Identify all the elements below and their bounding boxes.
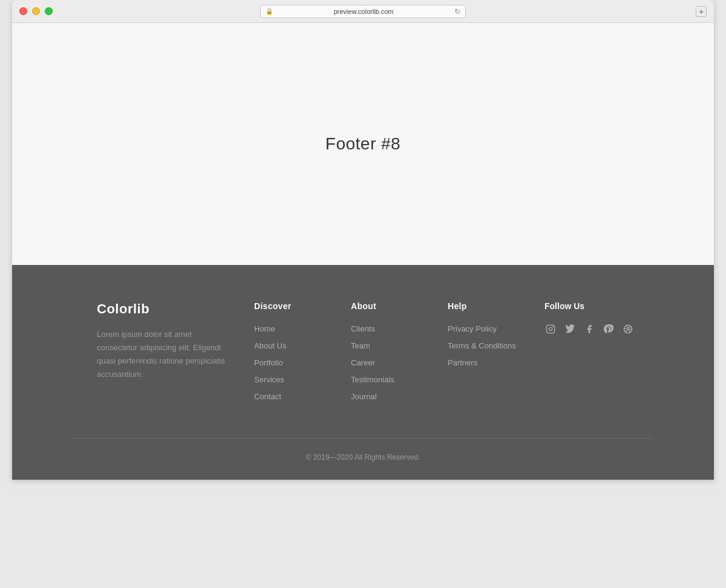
- address-bar[interactable]: 🔒 preview.colorlib.com ↻: [260, 5, 466, 18]
- footer: Colorlib Lorem ipsum dolor sit amet cons…: [12, 265, 714, 480]
- about-col-title: About: [351, 301, 424, 311]
- traffic-lights: [19, 7, 53, 15]
- discover-link-portfolio[interactable]: Portfolio: [254, 358, 283, 367]
- discover-col-title: Discover: [254, 301, 327, 311]
- svg-point-1: [549, 327, 552, 330]
- dribbble-icon[interactable]: [622, 323, 634, 335]
- reload-icon[interactable]: ↻: [454, 7, 460, 16]
- footer-col-follow: Follow Us: [544, 301, 634, 402]
- footer-col-about: About Clients Team Career Testimonials J…: [351, 301, 424, 402]
- minimize-button[interactable]: [32, 7, 40, 15]
- facebook-icon[interactable]: [583, 323, 595, 335]
- social-icons-row: [544, 323, 634, 335]
- help-col-title: Help: [448, 301, 520, 311]
- discover-link-about[interactable]: About Us: [254, 341, 286, 350]
- discover-link-home[interactable]: Home: [254, 324, 275, 333]
- about-link-testimonials[interactable]: Testimonials: [351, 375, 394, 384]
- browser-window: 🔒 preview.colorlib.com ↻ + Footer #8 Col…: [12, 0, 714, 480]
- close-button[interactable]: [19, 7, 27, 15]
- help-links: Privacy Policy Terms & Conditions Partne…: [448, 323, 520, 368]
- browser-titlebar: 🔒 preview.colorlib.com ↻ +: [12, 0, 714, 23]
- instagram-icon[interactable]: [544, 323, 557, 335]
- svg-point-2: [552, 327, 553, 327]
- discover-links: Home About Us Portfolio Services Contact: [254, 323, 327, 402]
- new-tab-button[interactable]: +: [696, 6, 707, 17]
- about-link-journal[interactable]: Journal: [351, 392, 377, 401]
- svg-rect-0: [546, 325, 554, 333]
- url-display: preview.colorlib.com: [276, 8, 451, 15]
- footer-logo: Colorlib: [97, 301, 230, 317]
- discover-link-services[interactable]: Services: [254, 375, 284, 384]
- about-link-career[interactable]: Career: [351, 358, 375, 367]
- page-content-area: Footer #8: [12, 23, 714, 265]
- help-link-privacy[interactable]: Privacy Policy: [448, 324, 497, 333]
- about-links: Clients Team Career Testimonials Journal: [351, 323, 424, 402]
- lock-icon: 🔒: [266, 8, 273, 15]
- copyright-text: © 2019—2020 All Rights Reserved.: [306, 453, 420, 462]
- footer-col-discover: Discover Home About Us Portfolio Service…: [254, 301, 327, 402]
- about-link-clients[interactable]: Clients: [351, 324, 375, 333]
- about-link-team[interactable]: Team: [351, 341, 370, 350]
- footer-main: Colorlib Lorem ipsum dolor sit amet cons…: [73, 301, 653, 438]
- follow-col-title: Follow Us: [544, 301, 634, 311]
- footer-brand: Colorlib Lorem ipsum dolor sit amet cons…: [97, 301, 230, 402]
- maximize-button[interactable]: [45, 7, 53, 15]
- page-title: Footer #8: [325, 134, 401, 154]
- help-link-partners[interactable]: Partners: [448, 358, 477, 367]
- footer-description: Lorem ipsum dolor sit amet consectetur a…: [97, 328, 230, 381]
- footer-copyright: © 2019—2020 All Rights Reserved.: [12, 439, 714, 480]
- footer-col-help: Help Privacy Policy Terms & Conditions P…: [448, 301, 520, 402]
- twitter-icon[interactable]: [564, 323, 576, 335]
- pinterest-icon[interactable]: [603, 323, 615, 335]
- help-link-terms[interactable]: Terms & Conditions: [448, 341, 516, 350]
- discover-link-contact[interactable]: Contact: [254, 392, 281, 401]
